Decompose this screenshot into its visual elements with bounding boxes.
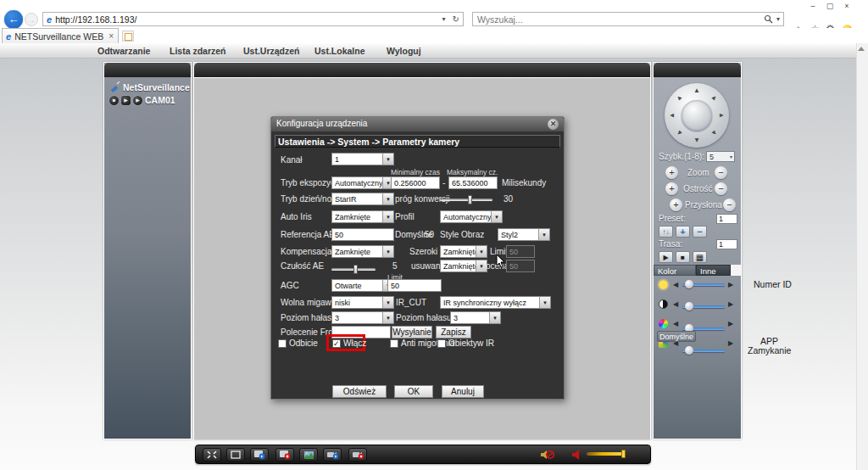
tour-play-icon[interactable]: ▶ — [659, 251, 673, 263]
menu-item-odtwarzanie[interactable]: Odtwarzanie — [97, 46, 150, 56]
preset-goto-icon[interactable]: ↑↓ — [659, 226, 673, 238]
ok-button[interactable]: OK — [394, 385, 433, 398]
hue-slider[interactable] — [682, 350, 725, 352]
ae-reference-input[interactable]: 50 — [331, 228, 394, 241]
search-placeholder[interactable]: Wyszukaj... — [473, 14, 764, 25]
focus-plus-button[interactable]: + — [665, 182, 678, 195]
search-dropdown-icon[interactable]: ▾ — [773, 15, 783, 23]
chevron-down-icon[interactable] — [382, 297, 393, 308]
search-icon[interactable] — [764, 14, 773, 24]
noise-night-select[interactable]: 3 — [450, 311, 501, 324]
saturation-slider[interactable] — [682, 327, 725, 330]
noise-day-select[interactable]: 3 — [331, 311, 394, 324]
tour-grid-icon[interactable]: ▦ — [693, 251, 707, 263]
scrollbar-up-icon[interactable] — [858, 47, 865, 51]
menu-item-wyloguj[interactable]: Wyloguj — [387, 46, 421, 56]
browser-tab[interactable]: e NETSurveillance WEB × — [2, 28, 119, 43]
contrast-slider[interactable] — [682, 305, 725, 308]
hue-slider-knob[interactable] — [685, 346, 693, 355]
chevron-down-icon[interactable] — [476, 246, 487, 257]
window-minimize-button[interactable]: – — [807, 2, 819, 10]
chevron-down-icon[interactable] — [539, 297, 550, 308]
device-tree-root[interactable]: NetSurveillance — [109, 81, 190, 92]
send-button[interactable]: Wysyłanie — [392, 326, 432, 339]
brightness-right-icon[interactable]: ▶ — [728, 280, 733, 289]
forward-button[interactable]: → — [25, 13, 38, 26]
preset-add-button[interactable]: + — [676, 226, 690, 238]
window-close-button[interactable]: × — [841, 2, 853, 10]
camera-record-icon[interactable] — [348, 448, 367, 462]
snapshot-icon[interactable] — [299, 448, 318, 462]
menu-item-lista-zdarzen[interactable]: Lista zdarzeń — [170, 46, 226, 56]
ir-lens-checkbox[interactable] — [437, 339, 446, 348]
chevron-down-icon[interactable] — [382, 211, 393, 222]
volume-slider-knob[interactable] — [621, 450, 626, 458]
image-style-select[interactable]: Styl2 — [498, 228, 550, 241]
audio-muted-icon[interactable] — [540, 449, 555, 464]
monitor-play-icon[interactable] — [250, 448, 269, 462]
ptz-joystick[interactable]: ▲ ▲ ▲ ▲ ▲ ▲ ▲ ▲ — [665, 83, 729, 148]
single-view-icon[interactable] — [226, 448, 245, 462]
camera-stop-icon[interactable]: ■ — [109, 96, 119, 105]
monitor-record-icon[interactable] — [275, 448, 294, 462]
channel-select[interactable]: 1 — [331, 153, 394, 165]
url-text[interactable]: http://192.168.1.193/ — [55, 14, 438, 25]
autocomplete-dropdown-icon[interactable]: ▾ — [439, 15, 449, 23]
chevron-down-icon[interactable] — [382, 312, 393, 323]
contrast-left-icon[interactable]: ◀ — [673, 299, 678, 309]
hue-right-icon[interactable]: ▶ — [728, 339, 733, 348]
window-maximize-button[interactable]: ▢ — [824, 2, 836, 10]
back-button[interactable]: ← — [4, 10, 23, 29]
zoom-minus-button[interactable]: − — [715, 166, 727, 179]
volume-slider[interactable] — [587, 452, 625, 456]
chevron-down-icon[interactable] — [382, 193, 393, 204]
backlight-comp-select[interactable]: Zamknięte — [331, 245, 394, 258]
conversion-threshold-slider[interactable] — [440, 199, 492, 201]
ircut-select[interactable]: IR synchroniczny wyłącz — [440, 296, 551, 309]
tab-inne[interactable]: Inne — [696, 265, 731, 276]
saturation-left-icon[interactable]: ◀ — [673, 319, 678, 328]
iris-minus-button[interactable]: − — [723, 199, 736, 211]
contrast-slider-knob[interactable] — [685, 302, 693, 311]
refresh-button[interactable]: Odśwież — [332, 385, 387, 398]
contrast-right-icon[interactable]: ▶ — [728, 299, 733, 309]
camera-play-main-icon[interactable]: ▶ — [121, 96, 131, 105]
tour-input[interactable]: 1 — [716, 239, 737, 249]
address-bar[interactable]: e http://192.168.1.193/ ▾ ↻ — [42, 12, 464, 26]
audio-icon[interactable] — [571, 449, 581, 464]
device-tree-root-label[interactable]: NetSurveillance — [123, 82, 190, 92]
removal-select[interactable]: Zamknięte — [440, 260, 487, 272]
min-time-input[interactable]: 0.256000 — [391, 176, 440, 189]
zoom-plus-button[interactable]: + — [665, 166, 678, 179]
tour-stop-icon[interactable]: ■ — [676, 251, 690, 263]
preset-input[interactable]: 1 — [716, 214, 737, 224]
enable-checkbox[interactable] — [332, 339, 341, 348]
search-box[interactable]: Wyszukaj... ▾ — [472, 12, 784, 26]
auto-iris-select[interactable]: Zamknięte — [331, 210, 394, 223]
camera-row[interactable]: ■ ▶ ▶ CAM01 — [109, 95, 175, 105]
focus-minus-button[interactable]: − — [715, 182, 727, 195]
saturation-right-icon[interactable]: ▶ — [728, 319, 733, 328]
chevron-down-icon[interactable] — [538, 229, 549, 240]
day-night-select[interactable]: StarIR — [331, 193, 394, 205]
dialog-close-icon[interactable]: ✕ — [548, 119, 559, 130]
tab-close-icon[interactable]: × — [104, 31, 118, 41]
max-time-input[interactable]: 65.536000 — [448, 176, 498, 189]
profile-select[interactable]: Automatyczny — [440, 210, 503, 223]
fullscreen-icon[interactable] — [203, 448, 221, 462]
speed-select[interactable]: 5 ▾ — [706, 151, 735, 162]
brightness-left-icon[interactable]: ◀ — [673, 280, 678, 289]
anti-flicker-checkbox[interactable] — [390, 339, 398, 348]
agc-select[interactable]: Otwarte — [331, 279, 394, 292]
ptz-center-ball[interactable] — [682, 100, 712, 131]
exposure-mode-select[interactable]: Automatyczny — [331, 176, 394, 189]
slow-shutter-select[interactable]: niski — [331, 296, 394, 309]
agc-limit-input[interactable]: 50 — [387, 279, 442, 292]
wide-select[interactable]: Zamknięte — [440, 245, 487, 258]
conversion-threshold-knob[interactable] — [468, 195, 472, 204]
tab-kolor[interactable]: Kolor — [654, 265, 696, 276]
menu-item-ust-urzadzen[interactable]: Ust.Urządzeń — [243, 46, 300, 56]
page-scrollbar[interactable] — [856, 43, 868, 470]
chevron-down-icon[interactable] — [382, 154, 393, 165]
chevron-down-icon[interactable] — [491, 211, 502, 222]
